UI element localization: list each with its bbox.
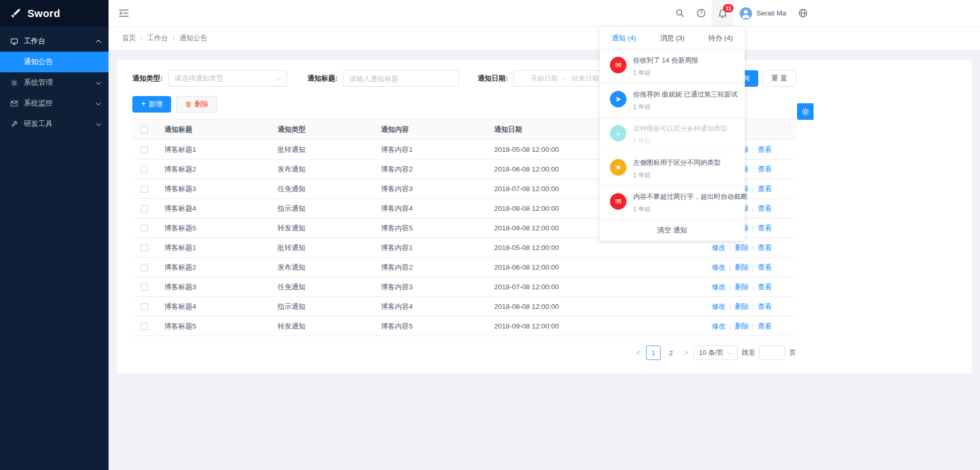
row-action-view[interactable]: 查看 [758, 283, 772, 291]
clear-notifications-button[interactable]: 清空 通知 [600, 220, 745, 241]
row-actions: 修改|删除|查看 [687, 317, 796, 336]
row-action-delete[interactable]: 删除 [735, 283, 749, 291]
row-action-view[interactable]: 查看 [758, 303, 772, 310]
notification-list: ✉ 你收到了 14 份新周报 1 年前 ➤ 你推荐的 曲妮妮 已通过第三轮面试 … [600, 50, 745, 220]
settings-drawer-button[interactable] [797, 103, 814, 120]
row-checkbox[interactable] [141, 146, 148, 153]
page-size-select[interactable]: 10 条/页 [694, 346, 738, 360]
notice-title-input[interactable] [343, 71, 458, 86]
sidebar-subitem-label: 通知公告 [24, 57, 53, 67]
cell-notice-title: 博客标题1 [156, 140, 269, 160]
row-checkbox[interactable] [141, 205, 148, 212]
cell-notice-type: 任免通知 [269, 179, 373, 199]
user-name: Serati Ma [756, 9, 786, 17]
sidebar-item-notice[interactable]: 通知公告 [0, 52, 109, 72]
app-title: Sword [27, 8, 60, 20]
row-checkbox[interactable] [141, 264, 148, 271]
breadcrumb-home[interactable]: 首页 [122, 34, 136, 43]
page-unit-label: 页 [789, 348, 796, 357]
next-page-button[interactable]: > [682, 349, 690, 357]
search-icon[interactable] [669, 0, 691, 27]
table-row: 博客标题1 批转通知 博客内容1 2018-05-08 12:00:00 修改|… [132, 238, 796, 258]
row-actions: 修改|删除|查看 [687, 297, 796, 317]
action-separator: | [753, 244, 755, 252]
notification-text: 这种模板可以区分多种通知类型 [633, 124, 727, 133]
action-separator: | [729, 244, 731, 252]
sidebar-item-system-admin[interactable]: 系统管理 [0, 72, 109, 93]
row-action-delete[interactable]: 删除 [735, 322, 749, 330]
notification-item[interactable]: ★ 左侧图标用于区分不同的类型 1 年前 [600, 152, 745, 186]
sidebar-item-system-monitor[interactable]: 系统监控 [0, 93, 109, 114]
filter-date-label: 通知日期: [478, 74, 508, 83]
cell-notice-content: 博客内容4 [373, 199, 486, 218]
app-logo[interactable]: Sword [0, 0, 109, 27]
cell-notice-title: 博客标题1 [156, 238, 269, 258]
notification-text: 你推荐的 曲妮妮 已通过第三轮面试 [633, 90, 738, 99]
date-separator: ~ [563, 75, 567, 83]
row-action-view[interactable]: 查看 [758, 244, 772, 252]
row-checkbox[interactable] [141, 244, 148, 252]
row-checkbox[interactable] [141, 303, 148, 310]
row-action-delete[interactable]: 删除 [735, 244, 749, 252]
cell-notice-type: 批转通知 [269, 140, 373, 160]
sidebar-item-workbench[interactable]: 工作台 [0, 31, 109, 52]
jump-page-input[interactable] [759, 346, 785, 360]
user-menu[interactable]: Serati Ma [733, 0, 792, 27]
prev-page-button[interactable]: < [635, 349, 642, 357]
add-button-label: 新增 [148, 100, 162, 109]
delete-button[interactable]: 删除 [176, 96, 217, 113]
row-action-view[interactable]: 查看 [758, 263, 772, 271]
row-checkbox[interactable] [141, 185, 148, 193]
page-number[interactable]: 1 [646, 346, 661, 360]
action-separator: | [753, 303, 755, 310]
notification-item[interactable]: ➤ 你推荐的 曲妮妮 已通过第三轮面试 1 年前 [600, 84, 745, 118]
select-all-checkbox[interactable] [141, 126, 148, 133]
row-action-delete[interactable]: 删除 [735, 303, 749, 310]
notification-item[interactable]: ✉ 内容不要超过两行字，超出时自动截断 1 年前 [600, 186, 745, 220]
sidebar-item-label: 工作台 [24, 37, 45, 46]
notification-tab[interactable]: 待办 (4) [696, 27, 745, 49]
row-action-edit[interactable]: 修改 [712, 322, 726, 330]
add-button[interactable]: + 新增 [132, 96, 171, 113]
reset-button[interactable]: 重 置 [762, 70, 796, 87]
row-checkbox[interactable] [141, 225, 148, 232]
row-action-view[interactable]: 查看 [758, 165, 772, 173]
menu-fold-icon[interactable] [119, 8, 130, 19]
row-action-edit[interactable]: 修改 [712, 244, 726, 252]
row-action-view[interactable]: 查看 [758, 205, 772, 212]
row-action-view[interactable]: 查看 [758, 224, 772, 232]
row-checkbox[interactable] [141, 166, 148, 173]
sidebar-item-dev-tools[interactable]: 研发工具 [0, 114, 109, 134]
row-action-view[interactable]: 查看 [758, 185, 772, 193]
action-separator: | [729, 263, 731, 271]
cell-notice-type: 指示通知 [269, 297, 373, 317]
row-action-delete[interactable]: 删除 [735, 263, 749, 271]
breadcrumb: 首页 / 工作台 / 通知公告 [109, 27, 980, 50]
language-globe-icon[interactable] [792, 0, 814, 27]
plus-icon: + [141, 100, 146, 108]
notice-type-select[interactable]: 请选择通知类型 [168, 70, 287, 87]
notification-tab[interactable]: 通知 (4) [600, 27, 648, 49]
row-action-edit[interactable]: 修改 [712, 283, 726, 291]
cell-notice-type: 转发通知 [269, 317, 373, 336]
cell-notice-title: 博客标题5 [156, 218, 269, 238]
row-checkbox[interactable] [141, 284, 148, 291]
page-number[interactable]: 2 [664, 346, 678, 360]
row-checkbox[interactable] [141, 323, 148, 330]
filter-title-label: 通知标题: [308, 74, 338, 83]
row-action-view[interactable]: 查看 [758, 146, 772, 153]
notification-item[interactable]: + 这种模板可以区分多种通知类型 1 年前 [600, 118, 745, 152]
chevron-down-icon [276, 75, 281, 81]
notification-tab[interactable]: 消息 (3) [648, 27, 697, 49]
help-icon[interactable]: ? [691, 0, 712, 27]
table-row: 博客标题5 转发通知 博客内容5 2018-09-08 12:00:00 修改|… [132, 317, 796, 336]
notification-item[interactable]: ✉ 你收到了 14 份新周报 1 年前 [600, 50, 745, 84]
row-action-view[interactable]: 查看 [758, 322, 772, 330]
notification-text: 内容不要超过两行字，超出时自动截断 [633, 192, 747, 201]
row-action-edit[interactable]: 修改 [712, 303, 726, 310]
table-row: 博客标题2 发布通知 博客内容2 2018-06-08 12:00:00 修改|… [132, 258, 796, 277]
row-action-edit[interactable]: 修改 [712, 263, 726, 271]
notifications-bell[interactable]: 11 [712, 0, 733, 27]
breadcrumb-workbench[interactable]: 工作台 [147, 34, 169, 43]
cell-notice-content: 博客内容3 [373, 179, 486, 199]
